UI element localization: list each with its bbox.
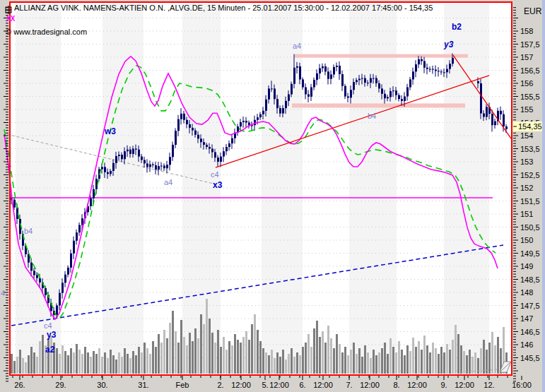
svg-text:146: 146 xyxy=(520,340,533,349)
svg-text:29.: 29. xyxy=(55,381,66,389)
wave-label-y3: y3 xyxy=(444,40,453,49)
last-price-tag: 154,35 xyxy=(512,121,545,131)
svg-text:156: 156 xyxy=(520,79,533,88)
svg-text:150: 150 xyxy=(520,236,533,244)
svg-text:146,5: 146,5 xyxy=(520,328,540,336)
svg-text:16:00: 16:00 xyxy=(512,381,532,389)
svg-text:145,5: 145,5 xyxy=(520,354,540,362)
copyright-label: © www.tradesignal.com xyxy=(6,28,87,36)
svg-text:26.: 26. xyxy=(14,381,25,389)
svg-text:12:00: 12:00 xyxy=(407,381,427,389)
svg-text:152,5: 152,5 xyxy=(520,171,540,179)
svg-text:Feb: Feb xyxy=(176,381,189,389)
wave-label-a4: a4 xyxy=(164,178,172,186)
svg-text:148: 148 xyxy=(520,288,533,297)
wave-label-a2: a2 xyxy=(45,345,54,355)
svg-text:12:00: 12:00 xyxy=(313,381,333,389)
svg-text:12.: 12. xyxy=(484,381,494,389)
svg-text:154,35: 154,35 xyxy=(518,122,542,131)
svg-text:155: 155 xyxy=(520,105,533,114)
svg-text:153: 153 xyxy=(520,158,533,166)
svg-text:12:00: 12:00 xyxy=(231,381,251,389)
window-edge xyxy=(542,0,545,392)
wave-label-c4: c4 xyxy=(44,321,52,330)
svg-text:149: 149 xyxy=(520,262,533,271)
wave-label-a4: a4 xyxy=(293,42,301,50)
svg-text:157,5: 157,5 xyxy=(520,40,540,49)
svg-text:151,5: 151,5 xyxy=(520,197,540,206)
wave-label-4: 4 xyxy=(1,289,5,297)
svg-text:152: 152 xyxy=(520,184,533,192)
svg-text:31.: 31. xyxy=(138,381,148,389)
svg-text:147: 147 xyxy=(520,314,533,323)
svg-text:156,5: 156,5 xyxy=(520,66,540,75)
currency-axis-label: EUR xyxy=(524,6,541,16)
svg-text:6.: 6. xyxy=(299,381,305,389)
wave-label-c4: c4 xyxy=(211,170,219,179)
svg-text:5.: 5. xyxy=(262,381,268,389)
svg-text:30.: 30. xyxy=(97,381,107,389)
chart-canvas[interactable]: 158157,5157156,5156155,5155154,5154153,5… xyxy=(0,0,545,392)
svg-text:12:00: 12:00 xyxy=(269,381,289,389)
svg-text:157: 157 xyxy=(520,53,533,61)
svg-text:7.: 7. xyxy=(346,381,352,389)
svg-text:9.: 9. xyxy=(440,381,447,389)
svg-text:150,5: 150,5 xyxy=(520,223,540,232)
wave-label-b2: b2 xyxy=(452,22,462,32)
svg-text:147,5: 147,5 xyxy=(520,302,540,310)
svg-text:12:00: 12:00 xyxy=(360,381,380,389)
svg-text:158: 158 xyxy=(520,27,533,35)
chart-title: ALLIANZ AG VINK. NAMENS-AKTIEN O.N. ,ALV… xyxy=(14,4,433,12)
wave-label-x3: x3 xyxy=(213,180,222,190)
svg-text:149,5: 149,5 xyxy=(520,249,540,258)
svg-text:2.: 2. xyxy=(217,381,223,389)
wave-label-b4: b4 xyxy=(368,112,376,120)
svg-text:151: 151 xyxy=(520,210,533,218)
wave-label-w3: w3 xyxy=(105,126,116,136)
wave-label-y3: y3 xyxy=(47,330,56,340)
svg-text:154: 154 xyxy=(520,131,533,140)
wave-label-b4: b4 xyxy=(24,227,33,235)
watermark-xx: XX xyxy=(6,15,14,23)
svg-text:8.: 8. xyxy=(393,381,399,389)
tradesignal-chart-window: 158157,5157156,5156155,5155154,5154153,5… xyxy=(0,0,545,392)
svg-text:153,5: 153,5 xyxy=(520,145,540,153)
svg-text:148,5: 148,5 xyxy=(520,275,540,284)
svg-text:155,5: 155,5 xyxy=(520,93,540,101)
svg-text:12:00: 12:00 xyxy=(455,381,474,389)
